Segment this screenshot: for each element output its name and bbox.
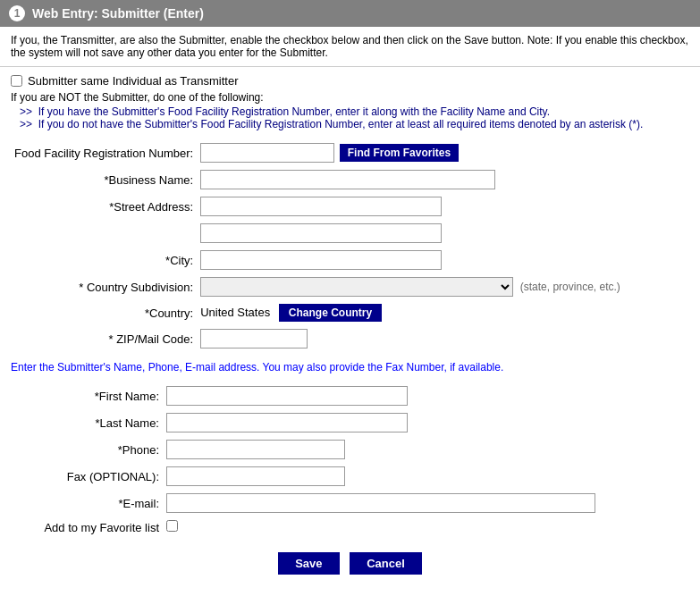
title-bar: 1 Web Entry: Submitter (Enter) — [0, 0, 700, 27]
country-label: *Country: — [11, 300, 197, 325]
cancel-button[interactable]: Cancel — [350, 552, 422, 575]
page-title: Web Entry: Submitter (Enter) — [32, 6, 204, 21]
phone-row: *Phone: — [11, 436, 689, 463]
first-name-row: *First Name: — [11, 382, 689, 409]
change-country-button[interactable]: Change Country — [279, 304, 382, 322]
main-form-table: Food Facility Registration Number: Find … — [11, 139, 689, 352]
notice-text: If you, the Transmitter, are also the Su… — [11, 34, 688, 59]
favorites-checkbox[interactable] — [166, 520, 178, 532]
bottom-buttons: Save Cancel — [11, 552, 689, 589]
not-submitter-info: If you are NOT the Submitter, do one of … — [11, 91, 689, 104]
street-address-label: *Street Address: — [11, 193, 197, 220]
first-name-label: *First Name: — [11, 382, 163, 409]
ffrn-row: Food Facility Registration Number: Find … — [11, 139, 689, 166]
fax-input[interactable] — [166, 466, 345, 486]
business-name-input[interactable] — [200, 170, 495, 189]
contact-form-table: *First Name: *Last Name: *Phone: Fax (OP… — [11, 382, 689, 538]
city-label: *City: — [11, 247, 197, 273]
phone-input[interactable] — [166, 440, 345, 459]
country-subdivision-label: * Country Subdivision: — [11, 273, 197, 300]
business-name-row: *Business Name: — [11, 166, 689, 193]
street-address-row: *Street Address: — [11, 193, 689, 220]
country-value: United States — [200, 306, 270, 319]
option2-text: >> If you do not have the Submitter's Fo… — [20, 118, 689, 130]
country-subdivision-select[interactable] — [200, 277, 513, 297]
save-button[interactable]: Save — [278, 552, 339, 575]
contact-section-notice: Enter the Submitter's Name, Phone, E-mai… — [11, 361, 689, 374]
city-row: *City: — [11, 247, 689, 273]
notice-box: If you, the Transmitter, are also the Su… — [0, 27, 700, 67]
title-number: 1 — [9, 5, 25, 21]
same-individual-row: Submitter same Individual as Transmitter — [11, 74, 689, 88]
street-address-input[interactable] — [200, 197, 442, 216]
find-from-favorites-button[interactable]: Find From Favorites — [340, 144, 459, 162]
street-address2-input[interactable] — [200, 223, 442, 243]
email-input[interactable] — [166, 493, 595, 513]
favorites-label: Add to my Favorite list — [11, 516, 163, 538]
email-label: *E-mail: — [11, 490, 163, 516]
city-input[interactable] — [200, 250, 442, 270]
country-subdivision-hint: (state, province, etc.) — [520, 281, 620, 293]
fax-label: Fax (OPTIONAL): — [11, 463, 163, 490]
last-name-input[interactable] — [166, 413, 408, 432]
phone-label: *Phone: — [11, 436, 163, 463]
last-name-row: *Last Name: — [11, 409, 689, 436]
country-subdivision-row: * Country Subdivision: (state, province,… — [11, 273, 689, 300]
first-name-input[interactable] — [166, 386, 408, 406]
same-individual-checkbox[interactable] — [11, 75, 22, 87]
favorites-row: Add to my Favorite list — [11, 516, 689, 538]
ffrn-label: Food Facility Registration Number: — [11, 139, 197, 166]
option1-text: >> If you have the Submitter's Food Faci… — [20, 105, 689, 118]
street-address2-row — [11, 220, 689, 247]
zip-row: * ZIP/Mail Code: — [11, 325, 689, 352]
same-individual-label: Submitter same Individual as Transmitter — [28, 74, 239, 88]
zip-input[interactable] — [200, 329, 308, 348]
fax-row: Fax (OPTIONAL): — [11, 463, 689, 490]
business-name-label: *Business Name: — [11, 166, 197, 193]
last-name-label: *Last Name: — [11, 409, 163, 436]
ffrn-input[interactable] — [200, 143, 334, 163]
email-row: *E-mail: — [11, 490, 689, 516]
country-row: *Country: United States Change Country — [11, 300, 689, 325]
zip-label: * ZIP/Mail Code: — [11, 325, 197, 352]
